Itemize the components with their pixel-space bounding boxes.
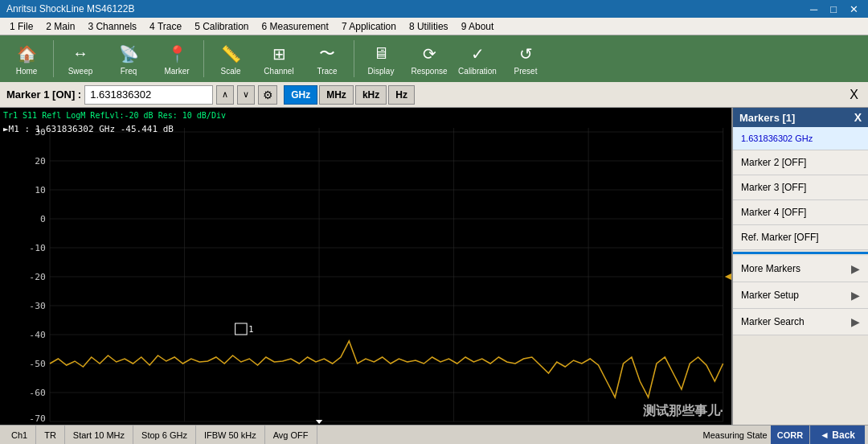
toolbar-btn-freq[interactable]: 📡Freq bbox=[105, 38, 152, 80]
trace-icon: 〜 bbox=[314, 43, 340, 65]
panel-marker-item[interactable]: Marker 2 [OFF] bbox=[733, 150, 868, 175]
toolbar-btn-label: Display bbox=[368, 67, 395, 76]
panel-btn-marker-search[interactable]: Marker Search▶ bbox=[733, 309, 868, 335]
svg-text:20: 20 bbox=[35, 156, 46, 166]
chart-container: Tr1 S11 Refl LogM RefLvl:-20 dB Res: 10 … bbox=[0, 108, 731, 425]
toolbar-btn-label: Marker bbox=[164, 67, 189, 76]
toolbar-btn-scale[interactable]: 📏Scale bbox=[207, 38, 254, 80]
channel-icon: ⊞ bbox=[266, 43, 292, 65]
display-icon: 🖥 bbox=[368, 43, 394, 65]
panel-buttons: More Markers▶Marker Setup▶Marker Search▶ bbox=[733, 256, 868, 335]
panel-close-button[interactable]: X bbox=[854, 111, 862, 124]
toolbar-btn-marker[interactable]: 📍Marker bbox=[154, 38, 200, 80]
svg-text:-30: -30 bbox=[29, 301, 46, 311]
svg-rect-0 bbox=[0, 108, 731, 425]
menu-item-6measurement[interactable]: 6 Measurement bbox=[256, 19, 335, 34]
svg-text:-20: -20 bbox=[29, 272, 46, 282]
app-title: Anritsu ShockLine MS46122B bbox=[6, 3, 134, 14]
back-button[interactable]: ◄ Back bbox=[810, 426, 865, 445]
marker-down-button[interactable]: ∨ bbox=[237, 85, 255, 105]
toolbar-btn-calibration[interactable]: ✓Calibration bbox=[454, 38, 501, 80]
toolbar-btn-channel[interactable]: ⊞Channel bbox=[256, 38, 302, 80]
svg-text:-60: -60 bbox=[29, 388, 46, 398]
panel-marker-item[interactable]: Marker 4 [OFF] bbox=[733, 200, 868, 225]
marker-icon: 📍 bbox=[164, 43, 190, 65]
right-panel: Markers [1] X 1.631836302 GHz Marker 2 [… bbox=[731, 108, 868, 425]
freq-unit-hz[interactable]: Hz bbox=[388, 85, 415, 105]
close-button[interactable]: ✕ bbox=[846, 3, 862, 15]
status-measuring: Measuring State bbox=[703, 430, 771, 440]
freq-icon: 📡 bbox=[116, 43, 141, 65]
toolbar-btn-trace[interactable]: 〜Trace bbox=[304, 38, 350, 80]
toolbar-btn-label: Freq bbox=[121, 67, 137, 76]
titlebar: Anritsu ShockLine MS46122B ─ □ ✕ bbox=[0, 0, 868, 18]
toolbar-btn-label: Preset bbox=[514, 67, 538, 76]
svg-text:-10: -10 bbox=[29, 243, 46, 253]
status-avg: Avg OFF bbox=[265, 426, 317, 444]
panel-marker-item[interactable]: Marker 3 [OFF] bbox=[733, 175, 868, 200]
marker-settings-button[interactable]: ⚙ bbox=[258, 85, 277, 105]
status-tr: TR bbox=[36, 426, 65, 444]
toolbar-btn-response[interactable]: ⟳Response bbox=[406, 38, 452, 80]
svg-text:1: 1 bbox=[248, 325, 253, 334]
chart-info: Tr1 S11 Refl LogM RefLvl:-20 dB Res: 10 … bbox=[3, 111, 226, 120]
status-ch: Ch1 bbox=[3, 426, 36, 444]
freq-unit-mhz[interactable]: MHz bbox=[319, 85, 354, 105]
menu-item-4trace[interactable]: 4 Trace bbox=[143, 19, 188, 34]
status-stop: Stop 6 GHz bbox=[133, 426, 196, 444]
sweep-icon: ↔ bbox=[68, 43, 93, 65]
panel-btn-arrow-icon: ▶ bbox=[851, 262, 860, 275]
marker-bar-close[interactable]: X bbox=[846, 88, 862, 102]
toolbar-btn-label: Trace bbox=[317, 67, 337, 76]
toolbar-btn-preset[interactable]: ↺Preset bbox=[502, 38, 549, 80]
minimize-button[interactable]: ─ bbox=[807, 3, 821, 15]
toolbar-btn-sweep[interactable]: ↔Sweep bbox=[57, 38, 104, 80]
calibration-icon: ✓ bbox=[465, 43, 490, 65]
menu-item-3channels[interactable]: 3 Channels bbox=[81, 19, 143, 34]
menu-item-5calibration[interactable]: 5 Calibration bbox=[188, 19, 255, 34]
response-icon: ⟳ bbox=[416, 43, 442, 65]
toolbar-separator bbox=[354, 40, 354, 77]
panel-title-text: Markers [1] bbox=[739, 112, 795, 124]
marker-value-input[interactable] bbox=[84, 85, 213, 105]
panel-divider bbox=[733, 252, 868, 254]
marker-readout: ►M1 : 1.631836302 GHz -45.441 dB bbox=[3, 124, 174, 134]
toolbar-btn-label: Scale bbox=[220, 67, 240, 76]
toolbar-separator bbox=[53, 40, 54, 77]
panel-marker-item[interactable]: Ref. Marker [OFF] bbox=[733, 225, 868, 250]
svg-text:-50: -50 bbox=[29, 359, 46, 369]
panel-btn-label: More Markers bbox=[741, 263, 800, 274]
main-content: Tr1 S11 Refl LogM RefLvl:-20 dB Res: 10 … bbox=[0, 108, 868, 425]
panel-btn-marker-setup[interactable]: Marker Setup▶ bbox=[733, 282, 868, 309]
panel-btn-label: Marker Search bbox=[741, 316, 805, 327]
panel-btn-label: Marker Setup bbox=[741, 290, 799, 301]
preset-icon: ↺ bbox=[513, 43, 538, 65]
menubar: 1 File2 Main3 Channels4 Trace5 Calibrati… bbox=[0, 18, 868, 35]
svg-text:-40: -40 bbox=[29, 330, 46, 340]
toolbar-btn-label: Home bbox=[16, 67, 38, 76]
menu-item-2main[interactable]: 2 Main bbox=[39, 19, 81, 34]
window-controls: ─ □ ✕ bbox=[807, 3, 862, 15]
chart-svg: 30 20 10 0 -10 -20 -30 -40 -50 -60 -70 1… bbox=[0, 108, 731, 425]
menu-item-1file[interactable]: 1 File bbox=[3, 19, 39, 34]
marker-label: Marker 1 [ON] : bbox=[6, 88, 81, 101]
freq-unit-khz[interactable]: kHz bbox=[355, 85, 387, 105]
menu-item-9about[interactable]: 9 About bbox=[455, 19, 501, 34]
menu-item-7application[interactable]: 7 Application bbox=[335, 19, 403, 34]
status-ifbw: IFBW 50 kHz bbox=[196, 426, 265, 444]
panel-btn-more-markers[interactable]: More Markers▶ bbox=[733, 256, 868, 282]
svg-text:-70: -70 bbox=[29, 413, 46, 424]
maximize-button[interactable]: □ bbox=[827, 3, 840, 15]
panel-title: Markers [1] X bbox=[733, 108, 868, 127]
scale-icon: 📏 bbox=[218, 43, 244, 65]
toolbar-btn-label: Response bbox=[411, 67, 447, 76]
statusbar: Ch1 TR Start 10 MHz Stop 6 GHz IFBW 50 k… bbox=[0, 425, 868, 444]
menu-item-8utilities[interactable]: 8 Utilities bbox=[403, 19, 455, 34]
marker-up-button[interactable]: ∧ bbox=[216, 85, 234, 105]
active-marker-value[interactable]: 1.631836302 GHz bbox=[733, 127, 868, 150]
marker-bar: Marker 1 [ON] : ∧ ∨ ⚙ GHzMHzkHzHz X bbox=[0, 82, 868, 108]
toolbar-btn-home[interactable]: 🏠Home bbox=[3, 38, 50, 80]
toolbar-btn-label: Sweep bbox=[68, 67, 93, 76]
toolbar-btn-display[interactable]: 🖥Display bbox=[358, 38, 404, 80]
freq-unit-ghz[interactable]: GHz bbox=[284, 85, 317, 105]
